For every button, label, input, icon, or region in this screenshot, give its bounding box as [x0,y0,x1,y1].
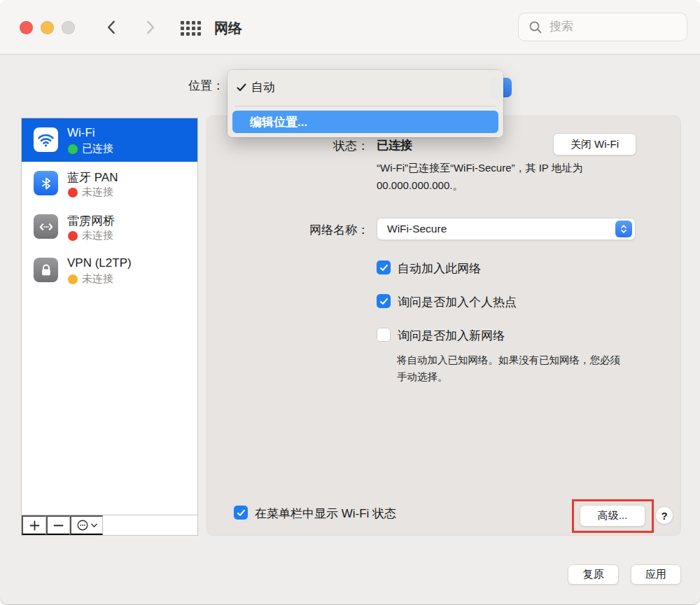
network-preferences-window: 网络 位置： 自动 编辑位置... [0,0,700,605]
status-dot [68,274,78,284]
ask-new-network-label: 询问是否加入新网络 [398,328,505,344]
select-chevrons-icon [615,221,632,237]
status-description-line1: “Wi-Fi”已连接至“WiFi-Secure”，其 IP 地址为 [377,159,623,176]
show-wifi-in-menubar-checkbox[interactable] [234,506,248,520]
wifi-icon [34,127,58,152]
interface-status: 未连接 [82,229,113,242]
apply-button[interactable]: 应用 [631,564,681,585]
lock-icon [34,258,58,282]
interface-name: Wi-Fi [67,126,95,140]
check-icon [237,508,246,517]
sidebar-toolbar [22,515,197,535]
bluetooth-icon [34,171,58,195]
search-input[interactable] [548,17,678,36]
ask-hotspot-checkbox[interactable] [377,294,391,308]
network-name-select[interactable]: WiFi-Secure [377,218,636,240]
chevron-left-icon [103,18,121,36]
help-text-line2: 手动选择。 [397,368,643,385]
check-icon [379,263,388,272]
menu-separator [234,106,496,106]
status-dot [68,188,78,197]
add-interface-button[interactable] [22,515,46,535]
check-icon [379,297,388,306]
more-actions-button[interactable] [70,515,103,535]
network-name-value: WiFi-Secure [387,223,447,235]
menu-item-edit-locations[interactable]: 编辑位置... [232,111,498,133]
network-name-label: 网络名称： [280,222,369,238]
sidebar-item-vpn[interactable]: VPN (L2TP) 未连接 [22,249,197,292]
back-button[interactable] [103,18,121,36]
minus-icon [53,520,64,531]
sidebar-item-thunderbolt-bridge[interactable]: 雷雳网桥 未连接 [22,205,197,249]
search-icon [528,20,543,35]
thunderbolt-bridge-icon [34,214,58,239]
forward-button[interactable] [141,18,159,36]
close-button[interactable] [20,21,33,34]
status-description: “Wi-Fi”已连接至“WiFi-Secure”，其 IP 地址为 00.000… [377,159,623,194]
show-all-grid-icon[interactable] [181,21,202,36]
auto-join-checkbox[interactable] [377,260,391,274]
status-label: 状态： [294,138,369,154]
interface-status: 未连接 [82,186,113,199]
ellipsis-circle-icon [76,519,89,531]
revert-button[interactable]: 复原 [568,564,619,585]
interfaces-sidebar: Wi-Fi 已连接 蓝牙 PAN 未连接 雷雳网桥 [21,118,198,536]
interface-name: VPN (L2TP) [67,256,132,270]
menu-item-label: 自动 [251,79,275,95]
plus-icon [29,520,40,531]
status-dot [68,144,78,154]
sidebar-item-wifi[interactable]: Wi-Fi 已连接 [22,118,197,162]
status-value: 已连接 [377,137,412,153]
auto-join-label: 自动加入此网络 [398,260,481,277]
toolbar-spacer [103,515,197,535]
remove-interface-button[interactable] [46,515,70,535]
search-field [518,13,687,41]
menu-item-auto[interactable]: 自动 [227,76,503,99]
checkmark-icon [236,82,247,93]
interface-name: 雷雳网桥 [67,213,115,229]
interface-status: 已连接 [82,142,113,155]
interface-status: 未连接 [82,272,113,286]
page-title: 网络 [214,19,242,38]
menu-item-label: 编辑位置... [250,114,307,130]
chevron-right-icon [141,18,159,36]
sidebar-item-bluetooth-pan[interactable]: 蓝牙 PAN 未连接 [22,162,197,205]
titlebar: 网络 [0,0,700,55]
interface-name: 蓝牙 PAN [67,169,118,186]
location-label: 位置： [161,78,224,94]
help-text-line1: 将自动加入已知网络。如果没有已知网络，您必须 [397,352,643,368]
status-description-line2: 00.000.000.000.。 [377,176,623,194]
ask-new-network-checkbox[interactable] [377,328,391,342]
status-dot [68,231,78,241]
chevron-down-icon [91,523,97,528]
location-menu: 自动 编辑位置... [227,70,503,137]
red-annotation-box [572,499,654,533]
turn-off-wifi-button[interactable]: 关闭 Wi-Fi [553,133,636,155]
ask-hotspot-label: 询问是否加入个人热点 [398,294,517,310]
auto-join-help-text: 将自动加入已知网络。如果没有已知网络，您必须 手动选择。 [397,352,643,385]
minimize-button[interactable] [41,21,54,34]
help-button[interactable]: ? [655,506,673,524]
zoom-button[interactable] [62,21,75,34]
show-wifi-in-menubar-label: 在菜单栏中显示 Wi-Fi 状态 [255,506,396,522]
